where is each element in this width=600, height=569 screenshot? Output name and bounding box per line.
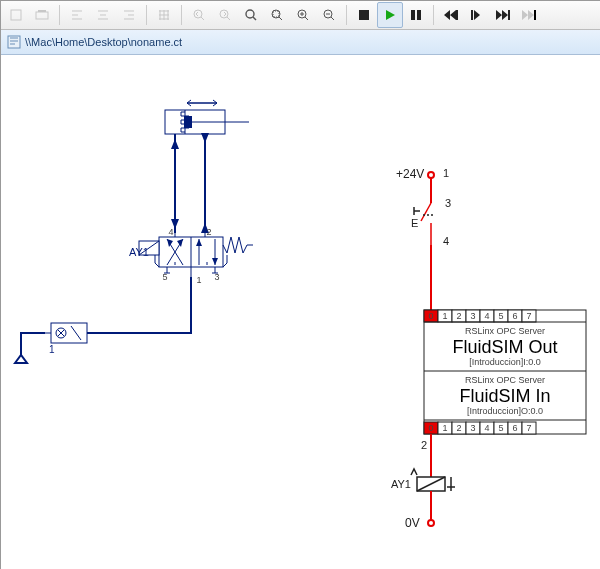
svg-rect-13 bbox=[456, 10, 458, 20]
toolbar-separator bbox=[433, 5, 434, 25]
svg-point-5 bbox=[246, 10, 254, 18]
svg-text:1: 1 bbox=[49, 344, 55, 355]
svg-text:0: 0 bbox=[428, 423, 433, 433]
svg-text:E: E bbox=[411, 217, 418, 229]
stop-button[interactable] bbox=[351, 2, 377, 28]
svg-text:4: 4 bbox=[443, 235, 449, 247]
toolbar-separator bbox=[59, 5, 60, 25]
svg-text:6: 6 bbox=[512, 423, 517, 433]
svg-text:RSLinx OPC Server: RSLinx OPC Server bbox=[465, 375, 545, 385]
zoom-out-icon[interactable] bbox=[316, 2, 342, 28]
svg-text:1: 1 bbox=[196, 275, 201, 285]
toolbar-button-2[interactable] bbox=[29, 2, 55, 28]
directional-valve[interactable] bbox=[139, 233, 253, 277]
play-button[interactable] bbox=[377, 2, 403, 28]
service-unit[interactable]: 1 bbox=[45, 323, 87, 355]
svg-text:3: 3 bbox=[470, 423, 475, 433]
coil-label: AY1 bbox=[391, 478, 411, 490]
svg-rect-20 bbox=[185, 117, 191, 127]
valve-label: AY1 bbox=[129, 246, 149, 258]
pause-button[interactable] bbox=[403, 2, 429, 28]
document-path: \\Mac\Home\Desktop\noname.ct bbox=[25, 36, 182, 48]
svg-text:1: 1 bbox=[443, 167, 449, 179]
skip-back-button[interactable] bbox=[438, 2, 464, 28]
toolbar-separator bbox=[146, 5, 147, 25]
skip-forward-button[interactable] bbox=[490, 2, 516, 28]
svg-marker-23 bbox=[201, 133, 209, 143]
svg-rect-12 bbox=[417, 10, 421, 20]
grid-icon[interactable] bbox=[151, 2, 177, 28]
svg-text:7: 7 bbox=[526, 423, 531, 433]
supply-label: +24V bbox=[396, 167, 424, 181]
zoom-fit-icon[interactable] bbox=[238, 2, 264, 28]
svg-text:FluidSIM Out: FluidSIM Out bbox=[452, 337, 557, 357]
svg-text:2: 2 bbox=[456, 423, 461, 433]
svg-text:6: 6 bbox=[512, 311, 517, 321]
pneumatic-circuit: AY1 4 2 5 1 3 1 bbox=[15, 100, 253, 363]
svg-text:5: 5 bbox=[162, 272, 167, 282]
svg-rect-0 bbox=[11, 10, 21, 20]
zoom-region-icon[interactable] bbox=[264, 2, 290, 28]
svg-text:2: 2 bbox=[456, 311, 461, 321]
align-center-icon[interactable] bbox=[90, 2, 116, 28]
zoom-in-icon[interactable] bbox=[290, 2, 316, 28]
svg-text:4: 4 bbox=[484, 423, 489, 433]
zoom-next-icon[interactable] bbox=[212, 2, 238, 28]
svg-point-46 bbox=[428, 172, 434, 178]
svg-text:[Introduccion]O:0.0: [Introduccion]O:0.0 bbox=[467, 406, 543, 416]
svg-text:4: 4 bbox=[168, 227, 173, 237]
solenoid-coil[interactable] bbox=[411, 469, 455, 491]
toolbar-button-1[interactable] bbox=[3, 2, 29, 28]
step-button[interactable] bbox=[464, 2, 490, 28]
svg-text:3: 3 bbox=[470, 311, 475, 321]
app-window: \\Mac\Home\Desktop\noname.ct bbox=[0, 0, 600, 569]
svg-rect-16 bbox=[534, 10, 536, 20]
pressure-source-icon[interactable] bbox=[15, 355, 27, 363]
svg-text:RSLinx OPC Server: RSLinx OPC Server bbox=[465, 326, 545, 336]
toolbar-separator bbox=[181, 5, 182, 25]
svg-marker-21 bbox=[171, 139, 179, 149]
svg-point-3 bbox=[194, 10, 202, 18]
svg-rect-7 bbox=[273, 11, 279, 17]
svg-text:[Introduccion]I:0.0: [Introduccion]I:0.0 bbox=[469, 357, 541, 367]
svg-point-4 bbox=[220, 10, 228, 18]
svg-text:1: 1 bbox=[442, 311, 447, 321]
zoom-prev-icon[interactable] bbox=[186, 2, 212, 28]
svg-text:2: 2 bbox=[421, 439, 427, 451]
opc-block[interactable]: 0 1 2 3 4 5 6 7 RSLinx OPC Server FluidS… bbox=[424, 310, 586, 434]
svg-rect-10 bbox=[359, 10, 369, 20]
svg-rect-1 bbox=[36, 12, 48, 19]
svg-text:3: 3 bbox=[214, 272, 219, 282]
svg-point-95 bbox=[428, 520, 434, 526]
document-icon bbox=[7, 35, 21, 49]
svg-text:0: 0 bbox=[428, 311, 433, 321]
svg-text:FluidSIM In: FluidSIM In bbox=[459, 386, 550, 406]
electric-circuit: +24V 1 E 3 4 bbox=[391, 167, 586, 530]
toolbar bbox=[1, 1, 600, 30]
svg-text:5: 5 bbox=[498, 423, 503, 433]
svg-rect-2 bbox=[38, 10, 46, 12]
svg-text:3: 3 bbox=[445, 197, 451, 209]
svg-text:4: 4 bbox=[484, 311, 489, 321]
schematic-canvas[interactable]: AY1 4 2 5 1 3 1 bbox=[1, 55, 600, 569]
svg-text:1: 1 bbox=[442, 423, 447, 433]
skip-end-button[interactable] bbox=[516, 2, 542, 28]
svg-rect-11 bbox=[411, 10, 415, 20]
svg-text:2: 2 bbox=[206, 227, 211, 237]
document-tab[interactable]: \\Mac\Home\Desktop\noname.ct bbox=[1, 30, 600, 55]
toolbar-separator bbox=[346, 5, 347, 25]
svg-text:5: 5 bbox=[498, 311, 503, 321]
svg-rect-14 bbox=[471, 10, 473, 20]
svg-rect-15 bbox=[508, 10, 510, 20]
pneumatic-cylinder[interactable] bbox=[165, 100, 249, 134]
svg-text:7: 7 bbox=[526, 311, 531, 321]
ground-label: 0V bbox=[405, 516, 420, 530]
pushbutton-switch[interactable]: E bbox=[411, 203, 435, 245]
align-right-icon[interactable] bbox=[116, 2, 142, 28]
align-left-icon[interactable] bbox=[64, 2, 90, 28]
